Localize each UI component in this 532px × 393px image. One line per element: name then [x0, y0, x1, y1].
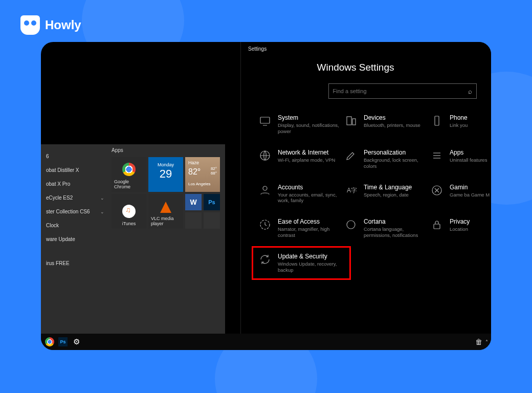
taskbar: Ps ⚙ 🗑 ˄ [41, 334, 491, 350]
setting-title: Apps [450, 149, 487, 156]
chrome-icon [45, 337, 54, 346]
chevron-down-icon: ⌄ [100, 209, 104, 214]
phone-icon [430, 114, 444, 127]
weather-hilo: 82°68° [211, 166, 217, 176]
setting-desc: Wi-Fi, airplane mode, VPN [278, 157, 335, 163]
taskbar-chrome[interactable] [44, 336, 55, 347]
list-item-label: Clock [46, 223, 59, 228]
recycle-bin-icon[interactable]: 🗑 [475, 338, 482, 346]
setting-title: Gamin [450, 184, 490, 191]
setting-desc: Display, sound, notifications, power [278, 122, 344, 135]
setting-privacy[interactable]: PrivacyLocation [430, 218, 491, 238]
start-menu: 6 obat Distiller X obat X Pro eCycle ES2… [41, 144, 225, 334]
setting-title: Network & Internet [278, 149, 335, 156]
setting-system[interactable]: SystemDisplay, sound, notifications, pow… [258, 114, 344, 135]
setting-title: System [278, 114, 344, 121]
display-icon [258, 114, 272, 127]
list-item[interactable]: ster Collection CS6⌄ [44, 205, 106, 219]
setting-desc: Game ba Game M [450, 192, 490, 198]
tile-misc[interactable] [185, 212, 202, 229]
photoshop-icon: Ps [58, 337, 68, 346]
list-item[interactable]: obat X Pro [44, 177, 106, 191]
howly-logo: Howly [20, 15, 81, 35]
list-item[interactable]: eCycle ES2⌄ [44, 191, 106, 205]
setting-devices[interactable]: DevicesBluetooth, printers, mouse [344, 114, 430, 135]
tile-misc[interactable] [204, 212, 220, 229]
list-item[interactable]: Clock [44, 219, 106, 232]
weather-city: Los Angeles [188, 182, 217, 186]
setting-title: Privacy [450, 218, 470, 225]
setting-network[interactable]: Network & InternetWi-Fi, airplane mode, … [258, 149, 344, 169]
list-item-label: obat X Pro [46, 181, 70, 187]
list-item[interactable]: irus FREE [44, 256, 106, 270]
list-item[interactable]: 6 [44, 149, 106, 163]
setting-title: Time & Language [364, 184, 412, 191]
setting-time-language[interactable]: A字 Time & LanguageSpeech, region, date [344, 184, 430, 204]
list-item-label: ware Update [46, 236, 75, 242]
screenshot-frame: 6 obat Distiller X obat X Pro eCycle ES2… [41, 42, 491, 350]
vlc-icon [160, 202, 171, 213]
language-icon: A字 [344, 184, 358, 197]
setting-desc: Speech, region, date [364, 192, 412, 198]
apps-icon [430, 149, 444, 162]
apps-heading: Apps [112, 147, 220, 153]
brand-name: Howly [45, 18, 81, 32]
svg-rect-4 [435, 116, 439, 125]
calendar-date: 29 [148, 167, 183, 181]
settings-grid: SystemDisplay, sound, notifications, pow… [248, 114, 491, 273]
setting-update-security[interactable]: Update & SecurityWindows Update, recover… [255, 250, 347, 276]
gear-icon: ⚙ [73, 337, 80, 346]
search-icon: ⌕ [468, 88, 472, 95]
tile-photoshop[interactable]: Ps [204, 194, 220, 210]
search-input[interactable] [333, 88, 468, 94]
list-item[interactable]: ware Update [44, 232, 106, 246]
update-icon [258, 253, 272, 266]
setting-phone[interactable]: PhoneLink you [430, 114, 491, 135]
setting-desc: Bluetooth, printers, mouse [364, 122, 420, 128]
svg-point-13 [347, 221, 355, 229]
setting-desc: Background, lock screen, colors [364, 157, 430, 169]
list-item-label: obat Distiller X [46, 167, 79, 173]
tile-label: iTunes [122, 221, 136, 226]
list-item[interactable]: obat Distiller X [44, 163, 106, 177]
setting-title: Update & Security [278, 253, 344, 260]
taskbar-settings[interactable]: ⚙ [71, 336, 82, 347]
chevron-down-icon: ⌄ [100, 195, 104, 201]
svg-rect-14 [434, 224, 440, 229]
tile-vlc[interactable]: VLC media player [148, 194, 183, 229]
list-item-label: 6 [46, 154, 49, 159]
setting-desc: Windows Update, recovery, backup [278, 261, 344, 273]
window-caption: Settings [248, 46, 491, 52]
tile-calendar[interactable]: Monday 29 [148, 157, 183, 192]
tray-chevron[interactable]: ˄ [485, 339, 488, 345]
taskbar-photoshop[interactable]: Ps [57, 336, 69, 347]
tile-itunes[interactable]: iTunes [112, 194, 146, 229]
svg-text:A字: A字 [347, 187, 357, 194]
list-item-label: irus FREE [46, 260, 70, 266]
setting-title: Ease of Access [278, 218, 344, 225]
tile-label: VLC media player [151, 216, 181, 226]
setting-gaming[interactable]: GaminGame ba Game M [430, 184, 491, 204]
setting-apps[interactable]: AppsUninstall features [430, 149, 491, 169]
weather-condition: Haze [188, 160, 217, 165]
tile-chrome[interactable]: Google Chrome [112, 157, 146, 192]
setting-ease-of-access[interactable]: Ease of AccessNarrator, magnifier, high … [258, 218, 344, 238]
tile-weather[interactable]: Haze 82° 82°68° Los Angeles [185, 157, 220, 192]
cortana-icon [344, 218, 358, 231]
setting-title: Accounts [278, 184, 344, 191]
page-title: Windows Settings [248, 62, 463, 73]
setting-cortana[interactable]: CortanaCortana language, permissions, no… [344, 218, 430, 238]
svg-rect-3 [352, 119, 356, 125]
setting-accounts[interactable]: AccountsYour accounts, email, sync, work… [258, 184, 344, 204]
tiles-area: Apps Google Chrome Monday 29 Haze 82° 82… [106, 144, 225, 334]
lock-icon [430, 218, 444, 231]
setting-personalization[interactable]: PersonalizationBackground, lock screen, … [344, 149, 430, 169]
tile-word[interactable]: W [185, 194, 202, 210]
settings-search[interactable]: ⌕ [328, 83, 477, 99]
setting-desc: Narrator, magnifier, high contrast [278, 226, 344, 238]
globe-icon [258, 149, 272, 162]
setting-desc: Your accounts, email, sync, work, family [278, 192, 344, 204]
accessibility-icon [258, 218, 272, 231]
setting-desc: Uninstall features [450, 157, 487, 163]
setting-desc: Location [450, 226, 470, 232]
